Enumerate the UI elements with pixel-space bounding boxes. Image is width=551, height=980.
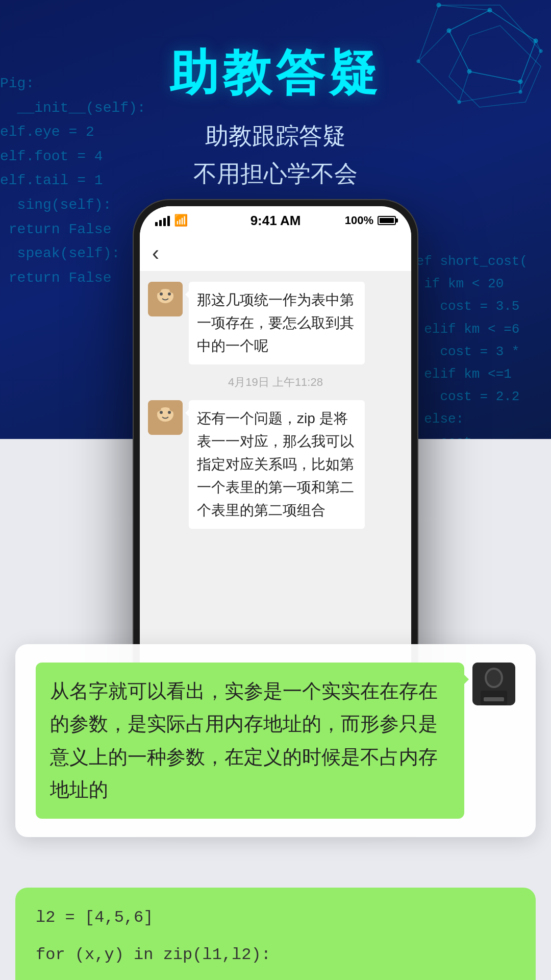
svg-point-17 [447,29,451,33]
bubble-received-2: 还有一个问题，zip 是将表一一对应，那么我可以指定对应关系吗，比如第一个表里的… [189,400,365,529]
code-spacer [36,932,515,940]
nav-bar: ‹ [140,235,411,272]
timestamp-1: 4月19日 上午11:28 [148,375,403,390]
svg-point-26 [168,292,171,296]
overlay-bubble-inner: 从名字就可以看出，实参是一个实实在在存在的参数，是实际占用内存地址的，而形参只是… [36,663,515,819]
status-time: 9:41 AM [251,213,301,229]
status-left: 📶 [155,214,188,227]
avatar-2 [148,400,183,435]
page-subtitle: 助教跟踪答疑 不用担心学不会 [0,117,551,192]
status-bar: 📶 9:41 AM 100% [140,206,411,235]
bottom-code-snippet: l2 = [4,5,6] for (x,y) in zip(l1,l2): [15,888,536,980]
message-text-1: 那这几项统一作为表中第一项存在，要怎么取到其中的一个呢 [197,292,354,354]
svg-line-3 [490,10,536,41]
battery-percent: 100% [345,214,373,227]
battery-icon [378,216,396,225]
message-received-2: 还有一个问题，zip 是将表一一对应，那么我可以指定对应关系吗，比如第一个表里的… [148,400,365,529]
bubble-received-1: 那这几项统一作为表中第一项存在，要怎么取到其中的一个呢 [189,282,365,364]
svg-line-8 [439,5,490,10]
svg-point-31 [160,411,163,414]
message-received-1: 那这几项统一作为表中第一项存在，要怎么取到其中的一个呢 [148,282,365,364]
code-text-1: l2 = [4,5,6] [36,903,515,933]
svg-rect-39 [484,697,504,701]
back-button[interactable]: ‹ [152,242,159,264]
page-title: 助教答疑 [0,41,551,107]
subtitle-line1: 助教跟踪答疑 [0,117,551,155]
svg-point-37 [487,670,501,686]
code-background-right: def short_cost( if km < 20 cost = 3.5 el… [408,250,551,439]
overlay-avatar [472,663,515,705]
overlay-message-text: 从名字就可以看出，实参是一个实实在在存在的参数，是实际占用内存地址的，而形参只是… [36,663,464,819]
message-text-2: 还有一个问题，zip 是将表一一对应，那么我可以指定对应关系吗，比如第一个表里的… [197,410,354,518]
svg-point-25 [160,292,163,296]
svg-line-7 [449,10,490,31]
battery-fill [380,218,394,223]
subtitle-line2: 不用担心学不会 [0,155,551,193]
wifi-icon: 📶 [174,214,188,227]
svg-point-13 [488,8,492,12]
code-line-1: l2 = [4,5,6] for (x,y) in zip(l1,l2): [36,903,515,970]
svg-point-32 [168,411,171,414]
svg-point-18 [437,3,441,7]
signal-icon [155,215,170,226]
avatar-1 [148,282,183,316]
overlay-message-bubble: 从名字就可以看出，实参是一个实实在在存在的参数，是实际占用内存地址的，而形参只是… [15,644,536,837]
code-text-3: for (x,y) in zip(l1,l2): [36,940,515,970]
status-right: 100% [345,214,396,227]
